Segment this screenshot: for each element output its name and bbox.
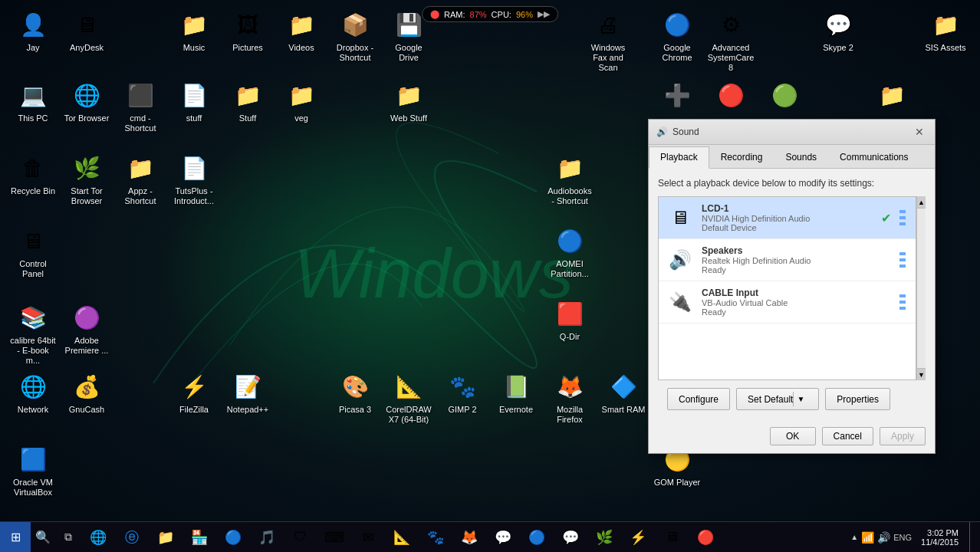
tab-playback[interactable]: Playback	[649, 146, 709, 169]
taskbar-skype2[interactable]: 💬	[554, 522, 587, 553]
desktop-icon-gnucash[interactable]: 💰GnuCash	[60, 368, 113, 418]
icon-img-stuff2: 📁	[232, 80, 263, 110]
desktop-icon-music[interactable]: 📁Music	[167, 6, 221, 56]
apply-button[interactable]: Apply	[880, 427, 926, 445]
taskbar-folder[interactable]: 📁	[149, 522, 183, 553]
taskbar-volume-icon[interactable]: 🔊	[877, 531, 890, 544]
desktop-icon-unikey[interactable]: 🟢	[758, 77, 811, 117]
taskbar-unikey[interactable]: ⌨	[317, 522, 351, 553]
device-list-scrollbar[interactable]: ▲ ▼	[916, 196, 926, 380]
desktop-icon-filezilla[interactable]: ⚡FileZilla	[167, 368, 221, 418]
desktop-icon-network[interactable]: 🌐Network	[6, 368, 60, 418]
desktop-icon-tor-browser[interactable]: 🌐Tor Browser	[60, 77, 113, 127]
desktop-icon-gimp2[interactable]: 🐾GIMP 2	[436, 368, 489, 418]
icon-label-cmd-shortcut: cmd - Shortcut	[117, 113, 164, 133]
taskbar-chrome[interactable]: 🔵	[216, 522, 250, 553]
start-button[interactable]: ⊞	[0, 522, 31, 553]
desktop-icon-coreldraw[interactable]: 📐CorelDRAW X7 (64-Bit)	[382, 368, 436, 428]
desktop-icon-recycle-bin[interactable]: 🗑Recycle Bin	[6, 150, 60, 199]
tab-recording[interactable]: Recording	[709, 146, 774, 168]
desktop-icon-windows-fax[interactable]: 🖨Windows Fax and Scan	[581, 6, 635, 77]
icon-img-skype2: 💬	[823, 9, 853, 40]
taskbar-green[interactable]: 🌿	[587, 522, 621, 553]
set-default-button[interactable]: Set Default ▼	[736, 388, 819, 410]
desktop-icon-anydesk[interactable]: 🖥AnyDesk	[60, 6, 113, 56]
desktop-icon-q-dir[interactable]: 🟥Q-Dir	[543, 295, 597, 345]
desktop-icon-jay[interactable]: 👤Jay	[6, 6, 60, 56]
taskbar-network-icon[interactable]: 📶	[861, 531, 874, 544]
desktop-icon-advanced-systemcare[interactable]: ⚙Advanced SystemCare 8	[704, 6, 758, 77]
device-list[interactable]: 🖥 LCD-1 NVIDIA High Definition Audio Def…	[658, 196, 916, 380]
ok-button[interactable]: OK	[770, 427, 816, 445]
taskbar-clock[interactable]: 3:02 PM 11/4/2015	[915, 527, 965, 548]
desktop-icon-google-chrome[interactable]: 🔵Google Chrome	[650, 6, 704, 66]
properties-button[interactable]: Properties	[825, 388, 890, 410]
taskbar-monitor[interactable]: 🖥	[655, 522, 689, 553]
configure-button[interactable]: Configure	[667, 388, 730, 410]
taskbar-draw[interactable]: 📐	[385, 522, 419, 553]
icon-label-gnucash: GnuCash	[69, 405, 104, 415]
desktop-icon-notepadpp[interactable]: 📝Notepad++	[221, 368, 275, 418]
desktop-icon-ccleaner[interactable]: 🔴	[704, 77, 758, 117]
desktop-icon-picasa3[interactable]: 🎨Picasa 3	[328, 368, 382, 418]
icon-label-this-pc: This PC	[18, 113, 48, 123]
desktop-icon-folder-arrow[interactable]: 📁	[865, 77, 919, 117]
scrollbar-down[interactable]: ▼	[917, 368, 926, 380]
desktop-icon-videos[interactable]: 📁Videos	[275, 6, 328, 56]
taskbar-mail[interactable]: ✉	[351, 522, 385, 553]
taskbar-up-arrow[interactable]: ▲	[850, 533, 858, 541]
dialog-close-button[interactable]: ✕	[912, 124, 927, 140]
desktop-icon-adobe-premiere[interactable]: 🟣Adobe Premiere ...	[60, 299, 113, 359]
scrollbar-up[interactable]: ▲	[917, 196, 926, 209]
desktop-icon-sis-assets[interactable]: 📁SIS Assets	[919, 6, 972, 56]
taskbar-show-desktop[interactable]	[969, 522, 974, 553]
desktop-icon-stuff2[interactable]: 📁Stuff	[221, 77, 275, 127]
taskbar-pshield[interactable]: 🛡	[284, 522, 317, 553]
taskbar-media[interactable]: 🎵	[250, 522, 284, 553]
taskbar-edge[interactable]: ⓔ	[115, 522, 149, 553]
desktop-icon-calibre[interactable]: 📚calibre 64bit - E-book m...	[6, 299, 60, 370]
desktop-icon-start-tor[interactable]: 🌿Start Tor Browser	[60, 150, 113, 209]
desktop-icon-veg[interactable]: 📁veg	[275, 77, 328, 127]
desktop-icon-cmd-shortcut[interactable]: ⬛cmd - Shortcut	[113, 77, 167, 136]
desktop-icon-smart-ram[interactable]: 🔷Smart RAM	[597, 368, 650, 418]
taskbar-search-button[interactable]: 🔍	[31, 522, 55, 553]
desktop-icon-mozilla-firefox[interactable]: 🦊Mozilla Firefox	[543, 368, 597, 428]
desktop-icon-evernote[interactable]: 📗Evernote	[489, 368, 543, 418]
taskbar-ie[interactable]: 🌐	[81, 522, 115, 553]
desktop-icon-tutsplus[interactable]: 📄TutsPlus - Introduct...	[167, 150, 221, 209]
tab-communications[interactable]: Communications	[828, 146, 919, 168]
desktop-icon-pictures[interactable]: 🖼Pictures	[221, 6, 275, 56]
tab-sounds[interactable]: Sounds	[774, 146, 828, 168]
device-lcd1[interactable]: 🖥 LCD-1 NVIDIA High Definition Audio Def…	[659, 197, 916, 239]
device-cable-input[interactable]: 🔌 CABLE Input VB-Audio Virtual Cable Rea…	[659, 281, 916, 324]
desktop-icon-dropbox[interactable]: 📦Dropbox - Shortcut	[328, 6, 382, 66]
taskbar-red[interactable]: ⚡	[621, 522, 655, 553]
icon-label-stuff: stuff	[186, 113, 202, 123]
desktop-icon-appz-shortcut[interactable]: 📁Appz - Shortcut	[113, 150, 167, 209]
desktop-icon-web-stuff[interactable]: 📁Web Stuff	[382, 77, 436, 127]
taskbar-ps[interactable]: 🔵	[520, 522, 554, 553]
desktop-icon-stuff[interactable]: 📄stuff	[167, 77, 221, 127]
taskbar-firefox[interactable]: 🦊	[452, 522, 486, 553]
clock-date: 11/4/2015	[921, 537, 959, 547]
desktop-icon-green-addon1[interactable]: ➕	[650, 77, 704, 117]
icon-label-advanced-systemcare: Advanced SystemCare 8	[707, 43, 755, 74]
taskbar-gimp[interactable]: 🐾	[419, 522, 452, 553]
desktop-icon-oracle-vm[interactable]: 🟦Oracle VM VirtualBox	[6, 441, 60, 501]
cancel-button[interactable]: Cancel	[822, 427, 873, 445]
icon-img-q-dir: 🟥	[554, 298, 585, 329]
desktop-icon-skype2[interactable]: 💬Skype 2	[811, 6, 865, 56]
taskbar-lang-label[interactable]: ENG	[893, 533, 912, 542]
taskbar-ccleaner[interactable]: 🔴	[689, 522, 722, 553]
desktop-icon-audiobooks[interactable]: 📁Audiobooks - Shortcut	[543, 150, 597, 209]
icon-img-dropbox: 📦	[340, 9, 370, 40]
desktop-icon-this-pc[interactable]: 💻This PC	[6, 77, 60, 127]
set-default-dropdown-arrow[interactable]: ▼	[793, 392, 807, 406]
device-speakers[interactable]: 🔊 Speakers Realtek High Definition Audio…	[659, 239, 916, 281]
desktop-icon-control-panel[interactable]: 🖥Control Panel	[6, 222, 60, 282]
task-view-button[interactable]: ⧉	[55, 522, 81, 553]
taskbar-skype1[interactable]: 💬	[486, 522, 520, 553]
desktop-icon-aomei[interactable]: 🔵AOMEI Partition...	[543, 222, 597, 282]
taskbar-store[interactable]: 🏪	[183, 522, 216, 553]
